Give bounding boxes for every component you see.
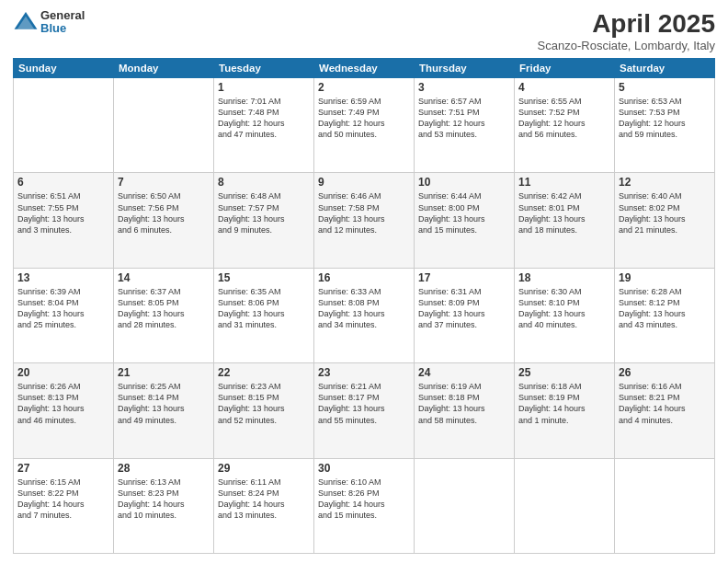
day-number: 4 — [518, 81, 610, 94]
day-info: Sunrise: 6:19 AM Sunset: 8:18 PM Dayligh… — [418, 381, 510, 426]
day-number: 11 — [518, 176, 610, 189]
calendar-week-4: 20Sunrise: 6:26 AM Sunset: 8:13 PM Dayli… — [14, 363, 715, 458]
logo-blue-text: Blue — [40, 22, 85, 35]
day-info: Sunrise: 6:26 AM Sunset: 8:13 PM Dayligh… — [17, 381, 109, 426]
calendar-cell: 28Sunrise: 6:13 AM Sunset: 8:23 PM Dayli… — [114, 458, 214, 553]
calendar-cell: 8Sunrise: 6:48 AM Sunset: 7:57 PM Daylig… — [214, 173, 314, 268]
day-number: 22 — [218, 366, 310, 379]
day-info: Sunrise: 6:48 AM Sunset: 7:57 PM Dayligh… — [218, 190, 310, 236]
logo-general-text: General — [40, 9, 85, 22]
calendar-cell: 5Sunrise: 6:53 AM Sunset: 7:53 PM Daylig… — [615, 78, 715, 173]
calendar-cell: 9Sunrise: 6:46 AM Sunset: 7:58 PM Daylig… — [314, 173, 415, 268]
calendar-table: SundayMondayTuesdayWednesdayThursdayFrid… — [13, 58, 715, 554]
day-number: 6 — [17, 176, 109, 189]
calendar-cell: 26Sunrise: 6:16 AM Sunset: 8:21 PM Dayli… — [615, 363, 715, 458]
calendar-cell: 30Sunrise: 6:10 AM Sunset: 8:26 PM Dayli… — [314, 458, 415, 553]
day-info: Sunrise: 6:50 AM Sunset: 7:56 PM Dayligh… — [118, 190, 210, 236]
calendar-cell: 20Sunrise: 6:26 AM Sunset: 8:13 PM Dayli… — [14, 363, 114, 458]
day-info: Sunrise: 6:51 AM Sunset: 7:55 PM Dayligh… — [17, 190, 109, 236]
day-number: 2 — [318, 81, 410, 94]
calendar-cell: 17Sunrise: 6:31 AM Sunset: 8:09 PM Dayli… — [415, 268, 515, 362]
calendar-cell: 6Sunrise: 6:51 AM Sunset: 7:55 PM Daylig… — [14, 173, 114, 268]
day-info: Sunrise: 6:40 AM Sunset: 8:02 PM Dayligh… — [619, 190, 711, 236]
weekday-header-saturday: Saturday — [615, 59, 715, 78]
day-number: 19 — [619, 271, 711, 284]
day-number: 24 — [418, 366, 510, 379]
calendar-week-1: 1Sunrise: 7:01 AM Sunset: 7:48 PM Daylig… — [14, 78, 715, 173]
day-info: Sunrise: 6:44 AM Sunset: 8:00 PM Dayligh… — [418, 190, 510, 236]
calendar-cell: 15Sunrise: 6:35 AM Sunset: 8:06 PM Dayli… — [214, 268, 314, 362]
calendar-cell: 2Sunrise: 6:59 AM Sunset: 7:49 PM Daylig… — [314, 78, 415, 173]
day-number: 29 — [218, 462, 310, 475]
page-subtitle: Scanzo-Rosciate, Lombardy, Italy — [538, 39, 715, 52]
calendar-cell — [14, 78, 114, 173]
day-info: Sunrise: 6:57 AM Sunset: 7:51 PM Dayligh… — [418, 96, 510, 141]
calendar-cell: 24Sunrise: 6:19 AM Sunset: 8:18 PM Dayli… — [415, 363, 515, 458]
day-number: 10 — [418, 176, 510, 189]
calendar-cell: 13Sunrise: 6:39 AM Sunset: 8:04 PM Dayli… — [14, 268, 114, 362]
day-info: Sunrise: 6:23 AM Sunset: 8:15 PM Dayligh… — [218, 381, 310, 426]
day-info: Sunrise: 6:35 AM Sunset: 8:06 PM Dayligh… — [218, 286, 310, 331]
day-number: 3 — [418, 81, 510, 94]
day-number: 12 — [619, 176, 711, 189]
day-info: Sunrise: 6:15 AM Sunset: 8:22 PM Dayligh… — [17, 477, 109, 522]
day-number: 28 — [118, 462, 210, 475]
calendar-week-5: 27Sunrise: 6:15 AM Sunset: 8:22 PM Dayli… — [14, 458, 715, 553]
calendar-cell: 1Sunrise: 7:01 AM Sunset: 7:48 PM Daylig… — [214, 78, 314, 173]
calendar-cell: 19Sunrise: 6:28 AM Sunset: 8:12 PM Dayli… — [615, 268, 715, 362]
day-number: 20 — [17, 366, 109, 379]
day-info: Sunrise: 6:46 AM Sunset: 7:58 PM Dayligh… — [318, 190, 410, 236]
calendar-cell: 4Sunrise: 6:55 AM Sunset: 7:52 PM Daylig… — [515, 78, 615, 173]
calendar-cell — [615, 458, 715, 553]
day-info: Sunrise: 7:01 AM Sunset: 7:48 PM Dayligh… — [218, 96, 310, 141]
day-number: 13 — [17, 271, 109, 284]
logo-icon — [13, 9, 39, 35]
weekday-header-thursday: Thursday — [415, 59, 515, 78]
weekday-header-wednesday: Wednesday — [314, 59, 415, 78]
day-number: 26 — [619, 366, 711, 379]
calendar-week-3: 13Sunrise: 6:39 AM Sunset: 8:04 PM Dayli… — [14, 268, 715, 362]
calendar-cell: 25Sunrise: 6:18 AM Sunset: 8:19 PM Dayli… — [515, 363, 615, 458]
day-info: Sunrise: 6:37 AM Sunset: 8:05 PM Dayligh… — [118, 286, 210, 331]
day-number: 14 — [118, 271, 210, 284]
calendar-cell: 22Sunrise: 6:23 AM Sunset: 8:15 PM Dayli… — [214, 363, 314, 458]
calendar-cell: 29Sunrise: 6:11 AM Sunset: 8:24 PM Dayli… — [214, 458, 314, 553]
day-info: Sunrise: 6:13 AM Sunset: 8:23 PM Dayligh… — [118, 477, 210, 522]
calendar-cell — [515, 458, 615, 553]
header: General Blue April 2025 Scanzo-Rosciate,… — [13, 9, 715, 52]
logo-text: General Blue — [40, 9, 85, 36]
calendar-header-row: SundayMondayTuesdayWednesdayThursdayFrid… — [14, 59, 715, 78]
day-number: 9 — [318, 176, 410, 189]
day-number: 21 — [118, 366, 210, 379]
calendar-cell — [114, 78, 214, 173]
day-number: 18 — [518, 271, 610, 284]
day-number: 16 — [318, 271, 410, 284]
logo: General Blue — [13, 9, 85, 36]
calendar-cell: 21Sunrise: 6:25 AM Sunset: 8:14 PM Dayli… — [114, 363, 214, 458]
day-info: Sunrise: 6:30 AM Sunset: 8:10 PM Dayligh… — [518, 286, 610, 331]
day-number: 17 — [418, 271, 510, 284]
calendar-cell: 27Sunrise: 6:15 AM Sunset: 8:22 PM Dayli… — [14, 458, 114, 553]
calendar-cell — [415, 458, 515, 553]
calendar-cell: 7Sunrise: 6:50 AM Sunset: 7:56 PM Daylig… — [114, 173, 214, 268]
day-info: Sunrise: 6:16 AM Sunset: 8:21 PM Dayligh… — [619, 381, 711, 426]
weekday-header-monday: Monday — [114, 59, 214, 78]
day-number: 1 — [218, 81, 310, 94]
day-number: 7 — [118, 176, 210, 189]
calendar-week-2: 6Sunrise: 6:51 AM Sunset: 7:55 PM Daylig… — [14, 173, 715, 268]
calendar-cell: 12Sunrise: 6:40 AM Sunset: 8:02 PM Dayli… — [615, 173, 715, 268]
day-number: 8 — [218, 176, 310, 189]
day-number: 25 — [518, 366, 610, 379]
calendar-cell: 18Sunrise: 6:30 AM Sunset: 8:10 PM Dayli… — [515, 268, 615, 362]
page-title: April 2025 — [538, 9, 715, 39]
day-number: 5 — [619, 81, 711, 94]
day-info: Sunrise: 6:31 AM Sunset: 8:09 PM Dayligh… — [418, 286, 510, 331]
day-info: Sunrise: 6:25 AM Sunset: 8:14 PM Dayligh… — [118, 381, 210, 426]
day-info: Sunrise: 6:33 AM Sunset: 8:08 PM Dayligh… — [318, 286, 410, 331]
day-info: Sunrise: 6:21 AM Sunset: 8:17 PM Dayligh… — [318, 381, 410, 426]
day-info: Sunrise: 6:18 AM Sunset: 8:19 PM Dayligh… — [518, 381, 610, 426]
weekday-header-tuesday: Tuesday — [214, 59, 314, 78]
calendar-cell: 23Sunrise: 6:21 AM Sunset: 8:17 PM Dayli… — [314, 363, 415, 458]
day-info: Sunrise: 6:10 AM Sunset: 8:26 PM Dayligh… — [318, 477, 410, 522]
calendar-cell: 11Sunrise: 6:42 AM Sunset: 8:01 PM Dayli… — [515, 173, 615, 268]
